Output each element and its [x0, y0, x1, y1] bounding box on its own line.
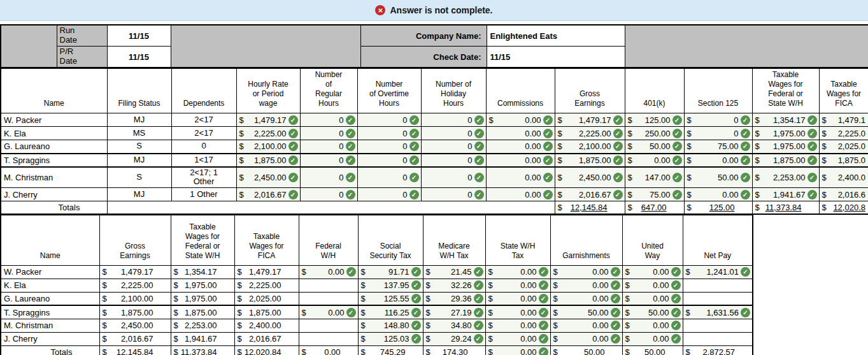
- net-pay-cell[interactable]: [683, 292, 753, 305]
- net-pay-cell[interactable]: [683, 332, 753, 345]
- holiday-hours-cell[interactable]: 0✓: [421, 154, 486, 167]
- garnishments-cell[interactable]: $0.00✓: [550, 279, 622, 292]
- gross-earnings-cell[interactable]: $1,479.17✓: [555, 113, 625, 127]
- social-security-tax-cell[interactable]: $116.25✓: [358, 305, 423, 319]
- federal-wh-cell[interactable]: [299, 332, 358, 345]
- regular-hours-cell[interactable]: 0✓: [300, 140, 357, 154]
- social-security-tax-cell[interactable]: $125.03✓: [358, 332, 423, 345]
- gross-earnings-cell[interactable]: $2,100.00✓: [555, 140, 625, 154]
- medicare-wh-tax-cell[interactable]: $29.24✓: [423, 332, 485, 345]
- hourly-rate-cell[interactable]: $2,016.67✓: [236, 188, 300, 201]
- gross-earnings-cell[interactable]: $2,016.67✓: [555, 188, 625, 201]
- taxable-wages-fed-state-cell[interactable]: $1,975.00✓: [752, 140, 819, 154]
- united-way-cell[interactable]: $0.00✓: [622, 265, 683, 279]
- 401k-cell[interactable]: $50.00✓: [625, 140, 684, 154]
- holiday-hours-cell[interactable]: 0✓: [421, 113, 486, 127]
- united-way-cell[interactable]: $0.00✓: [622, 332, 683, 345]
- hourly-rate-cell[interactable]: $2,450.00✓: [236, 167, 300, 188]
- holiday-hours-cell[interactable]: 0✓: [421, 127, 486, 140]
- hourly-rate-cell[interactable]: $1,875.00✓: [236, 154, 300, 167]
- taxable-wages-fica-cell[interactable]: $2,400.0: [819, 167, 868, 188]
- social-security-tax-cell[interactable]: $137.95✓: [358, 279, 423, 292]
- social-security-tax-cell[interactable]: $125.55✓: [358, 292, 423, 305]
- state-wh-tax-cell[interactable]: $0.00✓: [485, 265, 550, 279]
- regular-hours-cell[interactable]: 0✓: [300, 188, 357, 201]
- garnishments-cell[interactable]: $50.00✓: [550, 305, 622, 319]
- regular-hours-cell[interactable]: 0✓: [300, 154, 357, 167]
- taxable-wages-fed-state-cell[interactable]: $1,354.17✓: [752, 113, 819, 127]
- federal-wh-cell[interactable]: [299, 279, 358, 292]
- medicare-wh-tax-cell[interactable]: $34.80✓: [423, 319, 485, 332]
- section-125-cell[interactable]: $0✓: [684, 127, 752, 140]
- federal-wh-cell[interactable]: $0.00✓: [299, 305, 358, 319]
- hourly-rate-cell[interactable]: $2,100.00✓: [236, 140, 300, 154]
- garnishments-cell[interactable]: $0.00✓: [550, 319, 622, 332]
- social-security-tax-cell[interactable]: $91.71✓: [358, 265, 423, 279]
- taxable-wages-fed-state-cell[interactable]: $1,941.67✓: [752, 188, 819, 201]
- federal-wh-cell[interactable]: [299, 292, 358, 305]
- overtime-hours-cell[interactable]: 0✓: [357, 127, 421, 140]
- medicare-wh-tax-cell[interactable]: $29.36✓: [423, 292, 485, 305]
- section-125-cell[interactable]: $75.00✓: [684, 140, 752, 154]
- holiday-hours-cell[interactable]: 0✓: [421, 140, 486, 154]
- section-125-cell[interactable]: $0✓: [684, 113, 752, 127]
- social-security-tax-cell[interactable]: $148.80✓: [358, 319, 423, 332]
- commissions-cell[interactable]: 0.00✓: [486, 127, 555, 140]
- commissions-cell[interactable]: 0.00✓: [486, 188, 555, 201]
- section-125-cell[interactable]: $0.00✓: [684, 188, 752, 201]
- state-wh-tax-cell[interactable]: $0.00✓: [485, 332, 550, 345]
- taxable-wages-fed-state-cell[interactable]: $1,875.00✓: [752, 154, 819, 167]
- commissions-cell[interactable]: 0.00✓: [486, 140, 555, 154]
- state-wh-tax-cell[interactable]: $0.00✓: [485, 292, 550, 305]
- 401k-cell[interactable]: $147.00✓: [625, 167, 684, 188]
- taxable-wages-fed-state-cell[interactable]: $2,253.00✓: [752, 167, 819, 188]
- garnishments-cell[interactable]: $0.00✓: [550, 265, 622, 279]
- overtime-hours-cell[interactable]: 0✓: [357, 154, 421, 167]
- overtime-hours-cell[interactable]: 0✓: [357, 140, 421, 154]
- united-way-cell[interactable]: $0.00✓: [622, 319, 683, 332]
- garnishments-cell[interactable]: $0.00✓: [550, 332, 622, 345]
- hourly-rate-cell[interactable]: $1,479.17✓: [236, 113, 300, 127]
- commissions-cell[interactable]: 0.00✓: [486, 154, 555, 167]
- net-pay-cell[interactable]: [683, 279, 753, 292]
- united-way-cell[interactable]: $50.00✓: [622, 305, 683, 319]
- 401k-cell[interactable]: $75.00✓: [625, 188, 684, 201]
- taxable-wages-fed-state-cell[interactable]: $1,975.00✓: [752, 127, 819, 140]
- federal-wh-cell[interactable]: $0.00✓: [299, 265, 358, 279]
- 401k-cell[interactable]: $0.00✓: [625, 154, 684, 167]
- state-wh-tax-cell[interactable]: $0.00✓: [485, 319, 550, 332]
- gross-earnings-cell[interactable]: $2,450.00✓: [555, 167, 625, 188]
- medicare-wh-tax-cell[interactable]: $21.45✓: [423, 265, 485, 279]
- taxable-wages-fica-cell[interactable]: $2,016.6: [819, 188, 868, 201]
- section-125-cell[interactable]: $50.00✓: [684, 167, 752, 188]
- commissions-cell[interactable]: $0.00✓: [486, 113, 555, 127]
- federal-wh-cell[interactable]: [299, 319, 358, 332]
- gross-earnings-cell[interactable]: $1,875.00✓: [555, 154, 625, 167]
- taxable-wages-fica-cell[interactable]: $2,025.0: [819, 140, 868, 154]
- regular-hours-cell[interactable]: 0✓: [300, 167, 357, 188]
- state-wh-tax-cell[interactable]: $0.00✓: [485, 279, 550, 292]
- overtime-hours-cell[interactable]: 0✓: [357, 113, 421, 127]
- holiday-hours-cell[interactable]: 0✓: [421, 167, 486, 188]
- medicare-wh-tax-cell[interactable]: $32.26✓: [423, 279, 485, 292]
- gross-earnings-cell[interactable]: $2,225.00✓: [555, 127, 625, 140]
- taxable-wages-fica-cell[interactable]: $1,875.0: [819, 154, 868, 167]
- taxable-wages-fica-cell[interactable]: $2,225.0: [819, 127, 868, 140]
- regular-hours-cell[interactable]: 0✓: [300, 113, 357, 127]
- section-125-cell[interactable]: $0.00✓: [684, 154, 752, 167]
- united-way-cell[interactable]: $0.00✓: [622, 279, 683, 292]
- net-pay-cell[interactable]: [683, 319, 753, 332]
- united-way-cell[interactable]: $0.00✓: [622, 292, 683, 305]
- taxable-wages-fica-cell[interactable]: $1,479.1: [819, 113, 868, 127]
- medicare-wh-tax-cell[interactable]: $27.19✓: [423, 305, 485, 319]
- state-wh-tax-cell[interactable]: $0.00✓: [485, 305, 550, 319]
- garnishments-cell[interactable]: $0.00✓: [550, 292, 622, 305]
- regular-hours-cell[interactable]: 0✓: [300, 127, 357, 140]
- hourly-rate-cell[interactable]: $2,225.00✓: [236, 127, 300, 140]
- net-pay-cell[interactable]: $1,241.01✓: [683, 265, 753, 279]
- overtime-hours-cell[interactable]: 0✓: [357, 188, 421, 201]
- total-state-wh-tax-cell[interactable]: $0.00✓: [485, 345, 550, 355]
- holiday-hours-cell[interactable]: 0✓: [421, 188, 486, 201]
- net-pay-cell[interactable]: $1,631.56✓: [683, 305, 753, 319]
- 401k-cell[interactable]: $125.00✓: [625, 113, 684, 127]
